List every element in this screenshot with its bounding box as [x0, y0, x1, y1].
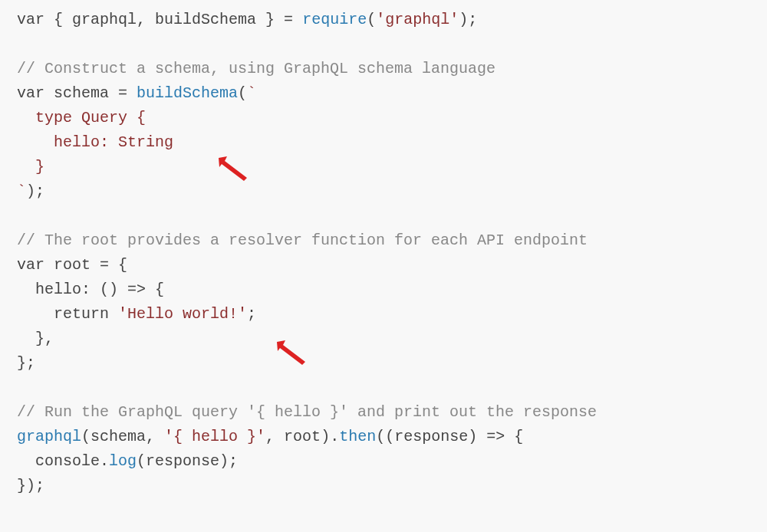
ident-schema: schema — [44, 84, 118, 102]
equals: = — [118, 84, 137, 102]
paren: (( — [376, 428, 394, 445]
keyword-return: return — [17, 305, 118, 323]
comma: , — [146, 428, 164, 445]
ident-schema: schema — [91, 428, 146, 445]
template-tick: ` — [247, 84, 256, 102]
comma: , — [137, 11, 155, 28]
paren: ); — [219, 452, 238, 470]
arrow-fn: => — [486, 428, 505, 445]
paren: ( — [367, 11, 376, 28]
comma: , — [265, 428, 284, 445]
paren: ( — [137, 452, 146, 470]
template-tick: ` — [17, 182, 26, 200]
paren: ); — [26, 182, 44, 200]
ident-response: response — [146, 452, 219, 470]
close-brace: }); — [17, 477, 44, 494]
func-log: log — [109, 452, 137, 470]
keyword-var: var — [17, 84, 44, 102]
string-query: '{ hello }' — [164, 428, 265, 445]
brace: { — [44, 11, 72, 28]
close-brace: }, — [17, 330, 54, 347]
paren: ) — [468, 428, 486, 445]
dot: . — [100, 452, 109, 470]
comment-run: // Run the GraphQL query '{ hello }' and… — [17, 403, 597, 421]
func-require: require — [302, 11, 367, 28]
ident-hello: hello — [17, 281, 81, 298]
ident-console: console — [17, 452, 100, 470]
keyword-var: var — [17, 11, 44, 28]
brace: } — [256, 11, 284, 28]
ident-buildschema: buildSchema — [155, 11, 256, 28]
ident-root: root — [284, 428, 321, 445]
keyword-var: var — [17, 256, 44, 274]
func-graphql: graphql — [17, 428, 81, 445]
equals: = — [284, 11, 302, 28]
func-buildschema: buildSchema — [137, 84, 238, 102]
code-snippet: var { graphql, buildSchema } = require('… — [17, 8, 750, 498]
equals-brace: = { — [100, 256, 127, 274]
semicolon: ; — [247, 305, 256, 323]
paren: ( — [81, 428, 91, 445]
close-brace: }; — [17, 354, 35, 372]
ident-response: response — [394, 428, 468, 445]
string-graphql: 'graphql' — [376, 11, 459, 28]
brace: { — [505, 428, 523, 445]
graphql-field-hello: hello: String — [17, 133, 173, 151]
arrow-fn: => — [127, 281, 146, 298]
ident-root: root — [44, 256, 100, 274]
brace: { — [146, 281, 164, 298]
paren: ); — [459, 11, 477, 28]
graphql-close: } — [17, 158, 44, 176]
comment-schema: // Construct a schema, using GraphQL sch… — [17, 60, 495, 77]
func-then: then — [339, 428, 376, 445]
comment-root: // The root provides a resolver function… — [17, 232, 588, 249]
graphql-type-query: type Query { — [17, 109, 146, 126]
colon-parens: : () — [81, 281, 127, 298]
string-hello-world: 'Hello world!' — [118, 305, 247, 323]
paren: ( — [238, 84, 247, 102]
ident-graphql: graphql — [72, 11, 137, 28]
paren-dot: ). — [321, 428, 339, 445]
